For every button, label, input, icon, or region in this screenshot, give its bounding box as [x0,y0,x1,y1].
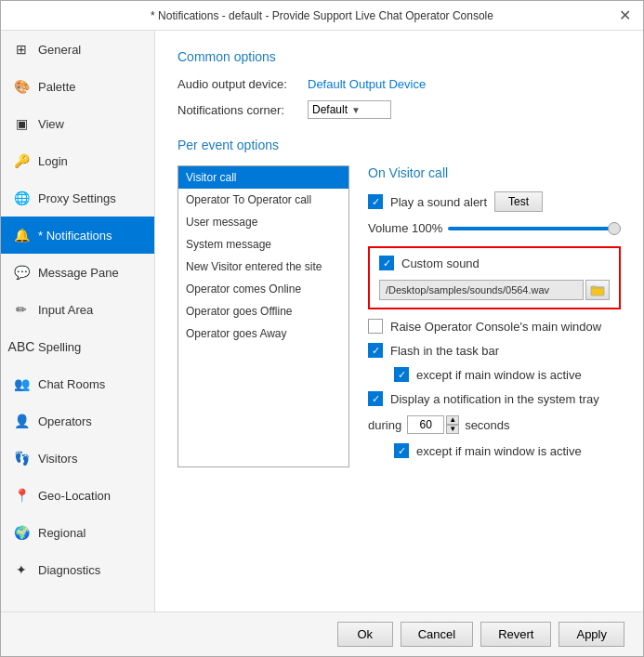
revert-button[interactable]: Revert [480,622,551,647]
custom-sound-row: ✓ Custom sound [379,256,610,270]
diagnostics-icon: ✦ [12,560,31,579]
footer: Ok Cancel Revert Apply [1,611,643,656]
main-window: * Notifications - default - Provide Supp… [0,0,644,657]
play-sound-checkbox[interactable]: ✓ [368,194,383,209]
flash-taskbar-label: Flash in the task bar [390,344,499,358]
sidebar-item-visitors[interactable]: 👣Visitors [1,440,154,477]
sidebar-label-login: Login [38,154,68,168]
sidebar-item-message-pane[interactable]: 💬Message Pane [1,254,154,291]
browse-button[interactable] [585,280,610,300]
volume-slider[interactable] [448,227,621,230]
custom-sound-checkbox[interactable]: ✓ [379,256,394,270]
except-active-2-row: ✓ except if main window is active [368,443,621,458]
content-area: ⊞General🎨Palette▣View🔑Login🌐Proxy Settin… [1,31,643,611]
event-list: Visitor callOperator To Operator callUse… [177,165,349,467]
sidebar-label-diagnostics: Diagnostics [38,563,100,577]
event-item-operator-online[interactable]: Operator comes Online [178,278,348,300]
regional-icon: 🌍 [12,523,31,542]
sidebar-item-notifications[interactable]: 🔔* Notifications [1,217,154,254]
on-visitor-call-title: On Visitor call [368,165,621,180]
sound-file-path: /Desktop/samples/sounds/0564.wav [379,280,584,300]
spelling-icon: ABC [12,337,31,356]
dropdown-arrow-icon: ▼ [351,105,361,115]
event-item-visitor-call[interactable]: Visitor call [178,166,348,189]
custom-sound-box: ✓ Custom sound /Desktop/samples/sounds/0… [368,246,621,309]
volume-thumb [608,222,621,235]
raise-window-checkbox[interactable] [368,319,383,334]
close-button[interactable]: ✕ [615,7,634,25]
display-tray-checkbox[interactable]: ✓ [368,391,383,406]
sidebar-label-input-area: Input Area [38,303,93,317]
sidebar-item-diagnostics[interactable]: ✦Diagnostics [1,551,154,588]
geo-location-icon: 📍 [12,486,31,505]
sidebar-item-view[interactable]: ▣View [1,105,154,142]
audio-device-value[interactable]: Default Output Device [308,77,426,91]
notifications-corner-select[interactable]: Default ▼ [308,100,391,119]
general-icon: ⊞ [12,40,31,59]
sidebar-item-operators[interactable]: 👤Operators [1,402,154,440]
custom-sound-label: Custom sound [401,256,480,270]
per-event-layout: Visitor callOperator To Operator callUse… [177,165,621,467]
sidebar-item-spelling[interactable]: ABCSpelling [1,328,154,365]
during-input[interactable] [407,415,444,434]
play-sound-label: Play a sound alert [390,195,487,209]
message-pane-icon: 💬 [12,263,31,282]
sidebar-label-general: General [38,43,81,57]
sidebar-item-geo-location[interactable]: 📍Geo-Location [1,477,154,514]
event-item-user-message[interactable]: User message [178,211,348,233]
main-panel: Common options Audio output device: Defa… [155,31,643,611]
sidebar-label-view: View [38,117,64,131]
spin-up-button[interactable]: ▲ [446,415,459,425]
sidebar-label-regional: Regional [38,526,85,540]
event-item-new-visitor[interactable]: New Visitor entered the site [178,256,348,278]
flash-taskbar-checkbox[interactable]: ✓ [368,343,383,358]
event-item-operator-offline[interactable]: Operator goes Offline [178,300,348,322]
except-active-1-row: ✓ except if main window is active [368,367,621,382]
per-event-section: Per event options Visitor callOperator T… [177,138,621,467]
test-button[interactable]: Test [494,191,543,212]
display-tray-label: Display a notification in the system tra… [390,392,599,406]
except-active-1-checkbox[interactable]: ✓ [394,367,409,382]
ok-button[interactable]: Ok [337,622,393,647]
sidebar-label-message-pane: Message Pane [38,266,119,280]
common-options-title: Common options [177,49,621,64]
sidebar-label-proxy-settings: Proxy Settings [38,191,116,205]
sidebar: ⊞General🎨Palette▣View🔑Login🌐Proxy Settin… [1,31,155,611]
except-active-2-checkbox[interactable]: ✓ [394,443,409,458]
raise-window-label: Raise Operator Console's main window [390,320,601,334]
sidebar-label-visitors: Visitors [38,452,77,466]
sidebar-label-chat-rooms: Chat Rooms [38,377,105,391]
window-title: * Notifications - default - Provide Supp… [29,9,615,22]
sidebar-item-input-area[interactable]: ✏Input Area [1,291,154,328]
sidebar-label-notifications: * Notifications [38,229,112,243]
sidebar-item-palette[interactable]: 🎨Palette [1,68,154,105]
except-active-1-label: except if main window is active [416,368,582,382]
audio-device-row: Audio output device: Default Output Devi… [177,77,621,91]
sidebar-item-regional[interactable]: 🌍Regional [1,514,154,551]
sidebar-item-chat-rooms[interactable]: 👥Chat Rooms [1,365,154,402]
titlebar: * Notifications - default - Provide Supp… [1,1,643,31]
notifications-corner-label: Notifications corner: [177,103,308,117]
input-area-icon: ✏ [12,300,31,319]
folder-icon [590,283,605,297]
event-item-operator-away[interactable]: Operator goes Away [178,322,348,345]
notifications-corner-row: Notifications corner: Default ▼ [177,100,621,119]
sidebar-label-spelling: Spelling [38,340,81,354]
event-item-system-message[interactable]: System message [178,233,348,256]
event-item-operator-to-operator[interactable]: Operator To Operator call [178,189,348,211]
except-active-2-label: except if main window is active [416,444,582,458]
volume-row: Volume 100% [368,221,621,235]
cancel-button[interactable]: Cancel [401,622,473,647]
sidebar-item-login[interactable]: 🔑Login [1,142,154,179]
palette-icon: 🎨 [12,77,31,96]
view-icon: ▣ [12,114,31,133]
apply-button[interactable]: Apply [559,622,624,647]
sidebar-item-proxy-settings[interactable]: 🌐Proxy Settings [1,179,154,217]
per-event-title: Per event options [177,138,621,152]
chat-rooms-icon: 👥 [12,374,31,393]
operators-icon: 👤 [12,412,31,430]
sidebar-item-general[interactable]: ⊞General [1,31,154,68]
visitors-icon: 👣 [12,449,31,467]
seconds-label: seconds [465,418,509,432]
spin-down-button[interactable]: ▼ [446,425,459,434]
